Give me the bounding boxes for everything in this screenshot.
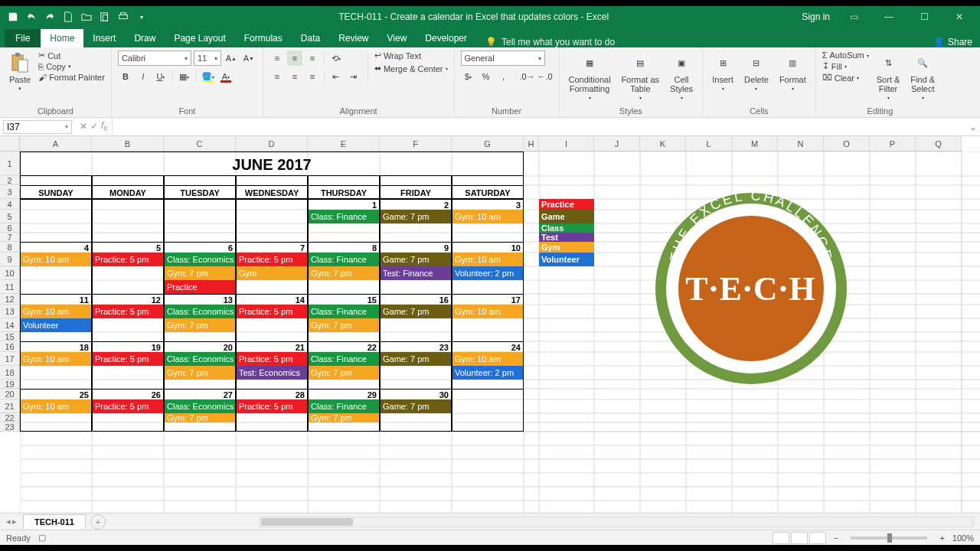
- close-icon[interactable]: ✕: [945, 8, 974, 25]
- row-header[interactable]: 8: [0, 242, 20, 253]
- cell[interactable]: [92, 413, 164, 422]
- event-cell[interactable]: Gym: 7 pm: [164, 318, 236, 332]
- day-header[interactable]: FRIDAY: [380, 185, 452, 199]
- cell[interactable]: [164, 210, 236, 223]
- name-box[interactable]: I37▾: [3, 120, 72, 134]
- date-cell[interactable]: [236, 199, 308, 210]
- cell[interactable]: [92, 210, 164, 223]
- event-cell[interactable]: Gym: 7 pm: [308, 413, 380, 422]
- cell[interactable]: [308, 176, 380, 185]
- date-cell[interactable]: [20, 199, 92, 210]
- cell[interactable]: [92, 233, 164, 242]
- merge-center-button[interactable]: ⬌ Merge & Center ▾: [374, 64, 448, 73]
- row-header[interactable]: 3: [0, 185, 20, 199]
- cell[interactable]: [236, 380, 308, 389]
- cancel-formula-icon[interactable]: ✕: [80, 121, 87, 132]
- cell[interactable]: [236, 223, 308, 233]
- shrink-font-icon[interactable]: A▼: [241, 51, 256, 66]
- event-cell[interactable]: Gym: 10 am: [452, 210, 524, 223]
- accounting-format-icon[interactable]: $▾: [461, 69, 476, 84]
- column-header[interactable]: O: [824, 136, 870, 152]
- column-header[interactable]: B: [92, 136, 164, 152]
- cell[interactable]: [452, 332, 524, 341]
- tab-developer[interactable]: Developer: [416, 29, 476, 47]
- event-cell[interactable]: Game: 7 pm: [380, 399, 452, 413]
- tab-page-layout[interactable]: Page Layout: [165, 29, 234, 47]
- row-header[interactable]: 10: [0, 266, 20, 280]
- date-cell[interactable]: 4: [20, 242, 92, 253]
- normal-view-icon[interactable]: [773, 532, 789, 544]
- legend-item[interactable]: Volunteer: [539, 253, 594, 266]
- font-color-icon[interactable]: A▾: [218, 69, 234, 84]
- calendar-title[interactable]: JUNE 2017: [20, 152, 524, 176]
- event-cell[interactable]: Practice: 5 pm: [236, 253, 308, 266]
- date-cell[interactable]: 13: [164, 294, 236, 305]
- event-cell[interactable]: Practice: 5 pm: [236, 352, 308, 366]
- event-cell[interactable]: Practice: 5 pm: [92, 352, 164, 366]
- cell[interactable]: [452, 413, 524, 422]
- event-cell[interactable]: Volunteer: 2 pm: [452, 366, 524, 380]
- date-cell[interactable]: 5: [92, 242, 164, 253]
- wrap-text-button[interactable]: ↩ Wrap Text: [374, 51, 448, 60]
- align-bottom-icon[interactable]: ≡: [305, 51, 320, 66]
- cell[interactable]: [236, 422, 308, 432]
- sign-in-link[interactable]: Sign in: [792, 11, 839, 22]
- cell[interactable]: [380, 233, 452, 242]
- tab-insert[interactable]: Insert: [83, 29, 125, 47]
- event-cell[interactable]: Game: 7 pm: [380, 352, 452, 366]
- event-cell[interactable]: Gym: 10 am: [20, 399, 92, 413]
- cell[interactable]: [308, 332, 380, 341]
- cell[interactable]: [236, 233, 308, 242]
- row-header[interactable]: 14: [0, 318, 20, 332]
- event-cell[interactable]: Class: Economics: [164, 352, 236, 366]
- date-cell[interactable]: 28: [236, 389, 308, 399]
- clear-button[interactable]: ⌧ Clear ▾: [822, 73, 869, 83]
- event-cell[interactable]: Class: Economics: [164, 253, 236, 266]
- align-top-icon[interactable]: ≡: [270, 51, 285, 66]
- sort-filter-button[interactable]: ⇅Sort & Filter▾: [874, 51, 903, 102]
- event-cell[interactable]: Practice: 5 pm: [92, 399, 164, 413]
- cell[interactable]: [164, 176, 236, 185]
- date-cell[interactable]: 9: [380, 242, 452, 253]
- percent-format-icon[interactable]: %: [479, 69, 494, 84]
- date-cell[interactable]: 26: [92, 389, 164, 399]
- cell[interactable]: [236, 332, 308, 341]
- cell[interactable]: [20, 210, 92, 223]
- page-break-view-icon[interactable]: [809, 532, 826, 544]
- date-cell[interactable]: 2: [380, 199, 452, 210]
- legend-item[interactable]: Practice: [539, 199, 594, 210]
- day-header[interactable]: SATURDAY: [452, 185, 524, 199]
- format-cells-button[interactable]: ▥Format▾: [776, 51, 809, 93]
- event-cell[interactable]: Game: 7 pm: [380, 253, 452, 266]
- row-header[interactable]: 11: [0, 280, 20, 294]
- expand-formula-bar-icon[interactable]: ⌄: [966, 122, 980, 132]
- increase-decimal-icon[interactable]: .0→: [520, 69, 535, 84]
- new-sheet-button[interactable]: +: [90, 514, 106, 530]
- cell[interactable]: [452, 380, 524, 389]
- legend-item[interactable]: Class: [539, 223, 594, 233]
- cell[interactable]: [380, 366, 452, 380]
- tell-me[interactable]: 💡 Tell me what you want to do: [485, 37, 615, 47]
- undo-icon[interactable]: [23, 8, 40, 25]
- save-icon[interactable]: [5, 8, 21, 25]
- new-doc-icon[interactable]: [60, 8, 77, 25]
- cell[interactable]: [20, 266, 92, 280]
- cell[interactable]: [20, 332, 92, 341]
- event-cell[interactable]: Gym: 7 pm: [164, 413, 236, 422]
- zoom-level[interactable]: 100%: [952, 533, 974, 543]
- cell[interactable]: [380, 413, 452, 422]
- cell[interactable]: [308, 280, 380, 294]
- font-size-combo[interactable]: 11▾: [194, 51, 221, 66]
- sheet-nav-prev-icon[interactable]: ◂: [6, 517, 11, 527]
- row-header[interactable]: 17: [0, 352, 20, 366]
- ribbon-options-icon[interactable]: ▭: [839, 8, 868, 25]
- tab-view[interactable]: View: [378, 29, 416, 47]
- tab-formulas[interactable]: Formulas: [235, 29, 292, 47]
- save-as-icon[interactable]: [96, 8, 113, 25]
- cell[interactable]: [20, 380, 92, 389]
- event-cell[interactable]: Class: Finance: [308, 399, 380, 413]
- column-header[interactable]: Q: [916, 136, 962, 152]
- cell[interactable]: [164, 223, 236, 233]
- cell[interactable]: [380, 318, 452, 332]
- comma-format-icon[interactable]: ,: [496, 69, 511, 84]
